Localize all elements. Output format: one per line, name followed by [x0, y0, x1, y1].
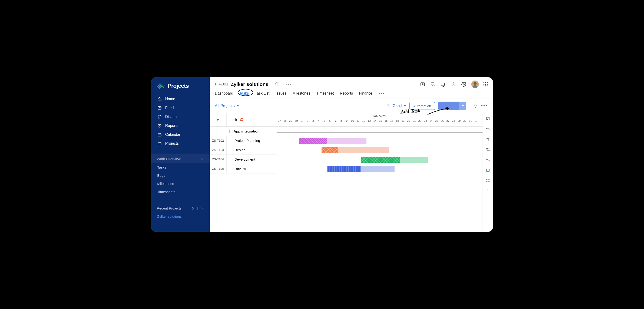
task-row[interactable]: ZS-T105 Review	[210, 164, 276, 174]
svg-point-42	[486, 179, 487, 180]
timeline-body	[276, 127, 482, 174]
task-bar-progress[interactable]	[327, 166, 361, 172]
task-id: ZS-T104	[210, 155, 226, 164]
caret-down-icon	[404, 105, 406, 106]
expand-icon[interactable]	[486, 116, 490, 121]
topbar: PR-001 Zylker solutions i •••	[210, 77, 493, 99]
more-vertical-icon[interactable]	[486, 188, 490, 193]
sidebar-item-calendar[interactable]: Calendar	[151, 130, 210, 139]
overview-item-bugs[interactable]: Bugs	[151, 171, 210, 180]
day-label: 15	[378, 120, 383, 122]
info-icon[interactable]: i	[275, 82, 280, 86]
overview-item-milestones[interactable]: Milestones	[151, 180, 210, 188]
tab-dashboard[interactable]: Dashboard	[215, 91, 233, 96]
day-label: 2	[305, 120, 310, 122]
task-row[interactable]: ZS-T103 Design	[210, 145, 276, 155]
tab-timesheet[interactable]: Timesheet	[316, 91, 334, 96]
sidebar-item-feed[interactable]: Feed	[151, 104, 210, 112]
tab-reports[interactable]: Reports	[340, 91, 353, 96]
more-options[interactable]: •••	[481, 104, 488, 108]
task-row[interactable]: ZS-T102 Project Planning	[210, 136, 276, 145]
day-label: 31	[468, 120, 473, 122]
task-bar-progress[interactable]	[361, 156, 400, 163]
app-logo[interactable]: Projects	[151, 77, 210, 93]
automation-button[interactable]: Automation	[409, 102, 435, 110]
reports-icon	[157, 123, 162, 128]
sidebar-item-label: Discuss	[165, 115, 178, 119]
add-task-button[interactable]	[438, 102, 466, 110]
sidebar-nav: Home Feed Discuss Reports Calendar Proje…	[151, 93, 210, 149]
task-name: Project Planning	[226, 136, 276, 145]
feed-icon	[157, 106, 162, 110]
day-label: 29	[456, 120, 462, 122]
sliders-icon[interactable]	[486, 137, 490, 142]
day-label: 21	[412, 120, 417, 122]
gear-icon[interactable]	[461, 82, 466, 87]
svg-point-13	[193, 208, 194, 208]
sidebar: Projects Home Feed Discuss Reports Calen…	[151, 77, 210, 232]
sidebar-item-label: Home	[165, 97, 175, 101]
tabs: Dashboard Tasks Task List Issues Milesto…	[215, 88, 488, 98]
toolbar: All Projects Gantt Automation •••	[210, 99, 493, 113]
overview-item-timesheets[interactable]: Timesheets	[151, 188, 210, 196]
alarm-icon[interactable]	[240, 118, 243, 122]
avatar[interactable]	[471, 80, 479, 88]
day-label: 28	[451, 120, 456, 122]
group-label: App integration	[234, 129, 260, 133]
day-label: 14	[372, 120, 378, 122]
svg-point-45	[488, 181, 489, 182]
tab-finance[interactable]: Finance	[359, 91, 372, 96]
tab-tasklist[interactable]: Task List	[255, 91, 269, 96]
more-menu[interactable]: •••	[286, 82, 292, 86]
svg-line-16	[203, 208, 203, 209]
svg-point-47	[488, 190, 488, 191]
today-icon[interactable]	[486, 168, 490, 172]
pin-icon	[228, 130, 231, 133]
button-split[interactable]	[459, 102, 466, 110]
task-bar-progress[interactable]	[299, 138, 327, 144]
apps-grid-icon[interactable]	[484, 82, 488, 86]
svg-point-14	[192, 209, 193, 210]
task-bar-progress[interactable]	[322, 147, 338, 153]
svg-rect-4	[158, 134, 161, 136]
overview-item-tasks[interactable]: Tasks	[151, 163, 210, 171]
sidebar-item-projects[interactable]: Projects	[151, 139, 210, 148]
section-label: Recent Projects	[157, 206, 182, 210]
search-icon[interactable]	[200, 206, 204, 210]
search-icon[interactable]	[430, 82, 436, 87]
undo-icon[interactable]	[486, 127, 490, 131]
sliders-icon[interactable]	[191, 206, 195, 210]
sidebar-item-reports[interactable]: Reports	[151, 121, 210, 130]
day-label: 12	[361, 120, 366, 122]
bell-icon[interactable]	[440, 82, 446, 87]
tab-tasks[interactable]: Tasks	[239, 91, 249, 96]
timer-icon[interactable]	[451, 82, 456, 87]
baseline-icon[interactable]	[486, 147, 490, 152]
task-name: Design	[226, 145, 276, 154]
sidebar-item-discuss[interactable]: Discuss	[151, 112, 210, 121]
svg-point-43	[488, 179, 489, 180]
view-dropdown[interactable]: Gantt	[386, 104, 406, 108]
gantt-task-list: # Task App integration ZS-T102 Project P…	[210, 113, 276, 232]
dependency-icon[interactable]	[486, 178, 490, 183]
task-group-row[interactable]: App integration	[210, 127, 276, 136]
tab-milestones[interactable]: Milestones	[292, 91, 310, 96]
recent-project-link[interactable]: Zylker solutions	[151, 212, 210, 220]
day-label: 13	[366, 120, 372, 122]
add-button[interactable]	[420, 82, 426, 87]
day-label: 7	[333, 120, 338, 122]
svg-line-21	[434, 85, 435, 86]
gantt-left-header: # Task	[210, 113, 276, 127]
gantt-timeline[interactable]: JAN '2024 272829301234567891011121314151…	[276, 113, 482, 232]
task-row[interactable]: ZS-T104 Development	[210, 155, 276, 164]
tab-more[interactable]: •••	[378, 91, 385, 96]
filter-icon[interactable]	[473, 104, 478, 108]
task-id: ZS-T103	[210, 145, 226, 154]
tab-issues[interactable]: Issues	[276, 91, 286, 96]
scope-dropdown[interactable]: All Projects	[215, 104, 239, 108]
critical-path-icon[interactable]	[486, 158, 490, 162]
timeline-row	[276, 145, 482, 155]
task-id: ZS-T102	[210, 136, 226, 145]
work-overview-header[interactable]: Work Overview	[151, 154, 210, 163]
sidebar-item-home[interactable]: Home	[151, 94, 210, 104]
